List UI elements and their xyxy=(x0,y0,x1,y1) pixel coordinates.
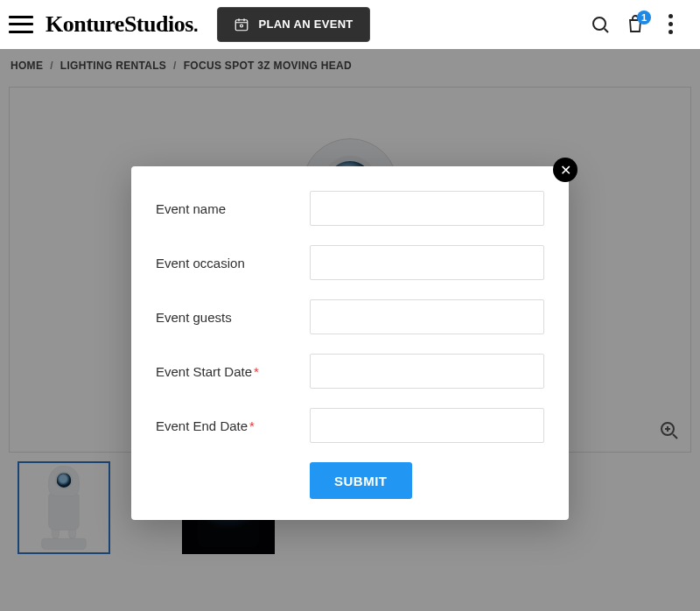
logo[interactable]: KontureStudios. xyxy=(44,14,198,34)
plan-event-label: PLAN AN EVENT xyxy=(258,18,353,31)
event-end-input[interactable] xyxy=(310,408,544,443)
menu-button[interactable] xyxy=(9,16,33,33)
more-menu-button[interactable] xyxy=(653,7,688,42)
event-start-label: Event Start Date* xyxy=(156,364,310,379)
cart-button[interactable]: 1 xyxy=(618,7,653,42)
event-end-label: Event End Date* xyxy=(156,418,310,433)
svg-point-2 xyxy=(593,18,606,30)
calendar-icon xyxy=(234,17,249,32)
search-icon xyxy=(590,14,611,35)
plan-event-button[interactable]: PLAN AN EVENT xyxy=(217,7,369,42)
event-guests-input[interactable] xyxy=(310,299,544,334)
svg-rect-0 xyxy=(236,19,248,30)
event-occasion-label: Event occasion xyxy=(156,256,310,270)
plan-event-modal: ✕ Event name Event occasion Event guests… xyxy=(131,166,569,520)
submit-button[interactable]: SUBMIT xyxy=(310,462,412,499)
event-occasion-input[interactable] xyxy=(310,245,544,280)
event-guests-label: Event guests xyxy=(156,310,310,325)
logo-text: KontureStudios xyxy=(46,11,193,37)
event-start-input[interactable] xyxy=(310,354,544,389)
event-name-label: Event name xyxy=(156,201,310,216)
modal-close-button[interactable]: ✕ xyxy=(553,158,578,182)
search-button[interactable] xyxy=(583,7,618,42)
event-name-input[interactable] xyxy=(310,191,544,226)
svg-point-1 xyxy=(241,25,243,27)
cart-badge: 1 xyxy=(637,11,651,25)
